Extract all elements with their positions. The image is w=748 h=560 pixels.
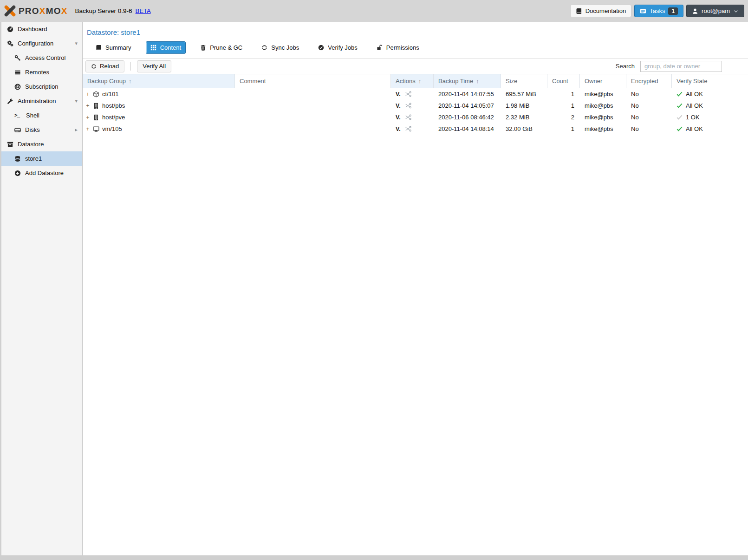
sort-asc-icon: ↑ bbox=[129, 78, 132, 85]
collapse-down-icon[interactable]: ▾ bbox=[75, 40, 78, 46]
sidebar-item-administration[interactable]: Administration ▾ bbox=[1, 94, 82, 108]
group-name: host/pbs bbox=[102, 102, 125, 109]
backup-time-cell: 2020-11-04 14:05:07 bbox=[434, 100, 501, 111]
trash-icon bbox=[200, 45, 206, 51]
book-icon bbox=[96, 45, 102, 51]
list-bars-icon bbox=[14, 69, 21, 76]
tab-verify-jobs[interactable]: Verify Jobs bbox=[313, 41, 362, 54]
documentation-button[interactable]: Documentation bbox=[570, 5, 631, 17]
gauge-icon bbox=[7, 26, 13, 33]
verify-action[interactable]: V. bbox=[396, 114, 401, 121]
sidebar-item-label: Shell bbox=[26, 112, 39, 119]
col-backup-group[interactable]: Backup Group↑ bbox=[83, 74, 235, 88]
building-icon bbox=[93, 103, 99, 109]
building-icon bbox=[93, 114, 99, 121]
top-bar: PROXMOX Backup Server 0.9-6 BETA Documen… bbox=[0, 0, 748, 22]
sidebar-item-label: Remotes bbox=[25, 69, 49, 76]
tab-permissions[interactable]: Permissions bbox=[372, 41, 424, 54]
tasks-button[interactable]: Tasks 1 bbox=[634, 5, 683, 17]
check-circle-icon bbox=[318, 45, 324, 51]
tab-summary[interactable]: Summary bbox=[91, 41, 136, 54]
sidebar-item-dashboard[interactable]: Dashboard bbox=[1, 22, 82, 36]
beta-link[interactable]: BETA bbox=[136, 7, 151, 14]
tab-prune-gc[interactable]: Prune & GC bbox=[195, 41, 247, 54]
expand-icon[interactable]: + bbox=[85, 115, 90, 120]
expand-right-icon[interactable]: ▸ bbox=[75, 127, 78, 133]
col-owner[interactable]: Owner bbox=[580, 74, 626, 88]
scissors-icon[interactable] bbox=[405, 125, 412, 132]
cube-icon bbox=[93, 91, 99, 98]
sidebar-item-remotes[interactable]: Remotes bbox=[1, 65, 82, 79]
expand-icon[interactable]: + bbox=[85, 104, 90, 108]
col-count[interactable]: Count bbox=[547, 74, 580, 88]
verify-all-button[interactable]: Verify All bbox=[137, 60, 171, 72]
tasks-count-badge: 1 bbox=[668, 7, 678, 15]
hdd-icon bbox=[14, 127, 21, 133]
reload-button[interactable]: Reload bbox=[85, 60, 124, 72]
main-panel: Datastore: store1 Summary Content Prune … bbox=[83, 22, 748, 555]
expand-icon[interactable]: + bbox=[85, 127, 90, 131]
tab-label: Sync Jobs bbox=[271, 44, 299, 51]
col-backup-time[interactable]: Backup Time↑ bbox=[434, 74, 501, 88]
count-cell: 1 bbox=[547, 123, 580, 135]
sidebar-item-datastore[interactable]: Datastore bbox=[1, 137, 82, 151]
table-row-ct-101[interactable]: +ct/101 V. 2020-11-04 14:07:55 695.57 Mi… bbox=[83, 88, 748, 100]
tab-content[interactable]: Content bbox=[146, 41, 186, 54]
col-encrypted[interactable]: Encrypted bbox=[626, 74, 672, 88]
col-verify-state[interactable]: Verify State bbox=[672, 74, 748, 88]
sidebar-item-disks[interactable]: Disks ▸ bbox=[1, 123, 82, 137]
size-cell: 32.00 GiB bbox=[501, 123, 547, 135]
owner-cell: mike@pbs bbox=[580, 123, 626, 135]
col-label: Encrypted bbox=[631, 78, 658, 85]
scissors-icon[interactable] bbox=[405, 114, 412, 121]
user-icon bbox=[692, 8, 698, 14]
search-input[interactable] bbox=[640, 61, 722, 72]
tab-label: Permissions bbox=[386, 44, 419, 51]
verify-action[interactable]: V. bbox=[396, 126, 401, 132]
monitor-icon bbox=[93, 126, 99, 132]
user-menu-button[interactable]: root@pam bbox=[686, 5, 744, 17]
encrypted-cell: No bbox=[626, 88, 672, 100]
col-size[interactable]: Size bbox=[501, 74, 547, 88]
scissors-icon[interactable] bbox=[405, 102, 412, 109]
sidebar-item-access-control[interactable]: Access Control bbox=[1, 51, 82, 65]
sidebar-item-configuration[interactable]: Configuration ▾ bbox=[1, 36, 82, 51]
table-row-vm-105[interactable]: +vm/105 V. 2020-11-04 14:08:14 32.00 GiB… bbox=[83, 123, 748, 135]
group-name: host/pve bbox=[102, 114, 125, 121]
owner-cell: mike@pbs bbox=[580, 111, 626, 123]
verify-state-cell: 1 OK bbox=[686, 114, 700, 121]
search-label: Search bbox=[616, 63, 635, 70]
sidebar-item-add-datastore[interactable]: Add Datastore bbox=[1, 166, 82, 180]
scissors-icon[interactable] bbox=[405, 91, 412, 98]
encrypted-cell: No bbox=[626, 123, 672, 135]
expand-icon[interactable]: + bbox=[85, 92, 90, 97]
verify-action[interactable]: V. bbox=[396, 103, 401, 109]
check-icon bbox=[676, 103, 683, 109]
col-comment[interactable]: Comment bbox=[235, 74, 391, 88]
sidebar-item-subscription[interactable]: Subscription bbox=[1, 79, 82, 94]
search-area: Search bbox=[616, 61, 722, 72]
collapse-down-icon[interactable]: ▾ bbox=[75, 98, 78, 104]
col-label: Size bbox=[506, 78, 517, 85]
archive-box-icon bbox=[7, 141, 13, 148]
proxmox-x-icon bbox=[4, 5, 16, 17]
chevron-down-icon bbox=[733, 8, 739, 14]
table-row-host-pbs[interactable]: +host/pbs V. 2020-11-04 14:05:07 1.98 Mi… bbox=[83, 100, 748, 111]
col-actions[interactable]: Actions↑ bbox=[391, 74, 434, 88]
verify-action[interactable]: V. bbox=[396, 91, 401, 98]
sidebar-item-label: Configuration bbox=[18, 40, 53, 47]
col-label: Count bbox=[552, 78, 568, 85]
unlock-icon bbox=[377, 45, 383, 51]
table-header: Backup Group↑ Comment Actions↑ Backup Ti… bbox=[83, 74, 748, 88]
sidebar-item-label: Dashboard bbox=[18, 26, 47, 33]
sidebar-item-shell[interactable]: >_ Shell bbox=[1, 108, 82, 123]
table-row-host-pve[interactable]: +host/pve V. 2020-11-06 08:46:42 2.32 Mi… bbox=[83, 111, 748, 123]
sidebar-item-store1[interactable]: store1 bbox=[1, 151, 82, 166]
wrench-icon bbox=[7, 98, 13, 104]
verify-state-cell: All OK bbox=[686, 91, 703, 98]
tab-label: Summary bbox=[105, 44, 131, 51]
group-name: vm/105 bbox=[102, 125, 122, 132]
tab-sync-jobs[interactable]: Sync Jobs bbox=[257, 41, 304, 54]
owner-cell: mike@pbs bbox=[580, 100, 626, 111]
sync-icon bbox=[261, 45, 267, 51]
